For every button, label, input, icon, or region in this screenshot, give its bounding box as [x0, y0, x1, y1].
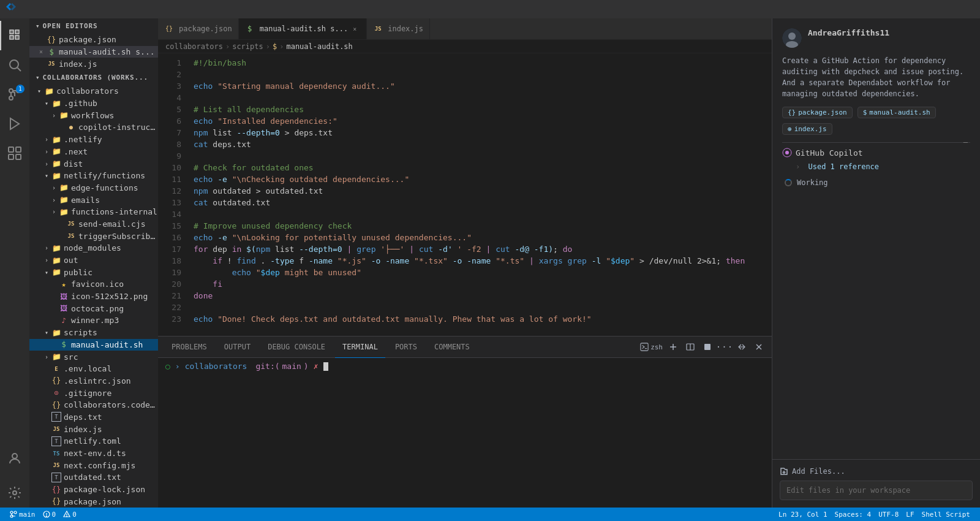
trigger-subscribe-file[interactable]: JS triggerSubscribeEma...	[29, 230, 158, 242]
collapse-icon[interactable]: —	[963, 138, 968, 146]
index-js-file[interactable]: JS index.js	[29, 423, 158, 435]
open-editor-index-js[interactable]: JS index.js	[29, 58, 158, 70]
tab-debug-console[interactable]: DEBUG CONSOLE	[260, 337, 333, 358]
editor-panel-split: 12345 678910 1112131415 1617181920 21222…	[158, 53, 772, 508]
deps-txt-file[interactable]: T deps.txt	[29, 411, 158, 424]
copilot-file-index-js[interactable]: ⊛ index.js	[782, 123, 832, 135]
close-tab-icon[interactable]: ×	[37, 48, 45, 56]
node-modules-folder[interactable]: › 📁 node_modules	[29, 242, 158, 254]
tab-ports[interactable]: PORTS	[388, 337, 424, 358]
open-editor-package-json[interactable]: {} package.json	[29, 34, 158, 46]
tab-comments[interactable]: COMMENTS	[427, 337, 477, 358]
netlify-toml-file[interactable]: T netlify.toml	[29, 435, 158, 447]
tab-index-js[interactable]: JS index.js	[367, 18, 430, 39]
maximize-panel-btn[interactable]	[735, 340, 748, 354]
functions-internal-folder[interactable]: › 📁 functions-internal	[29, 206, 158, 218]
outdated-txt-file[interactable]: T outdated.txt	[29, 471, 158, 484]
copilot-file-package-json[interactable]: {} package.json	[782, 107, 853, 118]
code-line-19: echo "$dep might be unused"	[187, 267, 772, 278]
explorer-activity-item[interactable]	[0, 21, 29, 50]
collaborators-folder[interactable]: ▾ 📁 collaborators	[29, 85, 158, 97]
emails-folder[interactable]: › 📁 emails	[29, 194, 158, 206]
close-panel-btn[interactable]	[752, 340, 766, 354]
code-line-5: # List all dependencies	[187, 104, 772, 115]
tab-manual-audit[interactable]: $ manual-audit.sh s... ×	[239, 18, 368, 39]
add-terminal-btn[interactable]	[666, 340, 680, 354]
code-line-4	[187, 92, 772, 104]
open-editors-header[interactable]: ▾ OPEN EDITORS	[29, 18, 158, 34]
explorer-header[interactable]: ▾ COLLABORATORS (WORKS...	[29, 70, 158, 85]
tab-close-icon[interactable]: ×	[350, 25, 359, 33]
gitignore-file[interactable]: ⊙ .gitignore	[29, 387, 158, 399]
errors-status[interactable]: 0	[39, 508, 60, 521]
package-lock-file[interactable]: {} package-lock.json	[29, 484, 158, 496]
debug-activity-item[interactable]	[0, 109, 29, 139]
send-email-cjs-file[interactable]: JS send-email.cjs	[29, 218, 158, 230]
code-content[interactable]: #!/bin/bash echo "Starting manual depend…	[187, 53, 772, 336]
dist-folder[interactable]: › 📁 dist	[29, 158, 158, 170]
svg-point-14	[12, 454, 17, 458]
scripts-folder[interactable]: ▾ 📁 scripts	[29, 327, 158, 339]
cursor-position-status[interactable]: Ln 23, Col 1	[775, 508, 831, 521]
open-editor-manual-audit[interactable]: × $ manual-audit.sh s...	[29, 46, 158, 58]
settings-activity-item[interactable]	[0, 478, 29, 508]
winner-mp3-file[interactable]: ♪ winner.mp3	[29, 314, 158, 327]
more-terminal-btn[interactable]: ···	[718, 340, 731, 354]
github-folder[interactable]: ▾ 📁 .github	[29, 97, 158, 110]
bottom-panel: PROBLEMS OUTPUT DEBUG CONSOLE TERMINAL P…	[158, 336, 772, 508]
warning-icon	[63, 511, 70, 518]
next-folder[interactable]: › 📁 .next	[29, 146, 158, 158]
next-config-file[interactable]: JS next.config.mjs	[29, 459, 158, 471]
favicon-icon: ★	[59, 280, 69, 289]
accounts-activity-item[interactable]	[0, 444, 29, 473]
netlify-folder[interactable]: › 📁 .netlify	[29, 134, 158, 146]
language-status[interactable]: Shell Script	[918, 508, 974, 521]
git-activity-item[interactable]: 1	[0, 80, 29, 109]
tab-package-json[interactable]: {} package.json	[158, 18, 239, 39]
edge-arrow-icon: ›	[49, 183, 59, 192]
public-folder[interactable]: ▾ 📁 public	[29, 266, 158, 278]
vscode-icon	[6, 3, 16, 15]
extensions-activity-item[interactable]	[0, 139, 29, 168]
split-terminal-btn[interactable]	[684, 340, 697, 354]
eslintrc-file[interactable]: {} .eslintrc.json	[29, 375, 158, 387]
netlify-functions-folder[interactable]: ▾ 📁 netlify/functions	[29, 170, 158, 182]
eol-status[interactable]: LF	[902, 508, 918, 521]
next-env-ts-file[interactable]: TS next-env.d.ts	[29, 447, 158, 460]
tab-output[interactable]: OUTPUT	[217, 337, 258, 358]
package-json-file[interactable]: {} package.json	[29, 495, 158, 508]
username: AndreaGriffiths11	[808, 28, 889, 37]
warnings-status[interactable]: 0	[59, 508, 80, 521]
code-editor[interactable]: 12345 678910 1112131415 1617181920 21222…	[158, 53, 772, 336]
favicon-ico-file[interactable]: ★ favicon.ico	[29, 278, 158, 291]
working-spinner	[785, 179, 792, 186]
edge-functions-folder[interactable]: › 📁 edge-functions	[29, 182, 158, 194]
used-reference[interactable]: Used 1 reference	[808, 162, 879, 171]
workflows-folder[interactable]: › 📁 workflows	[29, 109, 158, 121]
env-local-file[interactable]: E .env.local	[29, 363, 158, 375]
kill-terminal-btn[interactable]	[701, 340, 714, 354]
out-folder[interactable]: › 📁 out	[29, 254, 158, 267]
tab-terminal[interactable]: TERMINAL	[335, 337, 385, 358]
copilot-instructions-file[interactable]: ● copilot-instructions-...	[29, 121, 158, 134]
collaborators-code-file[interactable]: {} collaborators.code-w...	[29, 399, 158, 411]
manual-audit-sh-file[interactable]: $ manual-audit.sh	[29, 339, 158, 351]
svg-point-8	[9, 96, 13, 100]
copilot-file-manual-audit[interactable]: $ manual-audit.sh	[858, 107, 936, 118]
env-icon: E	[51, 364, 61, 374]
terminal-content[interactable]: ○ › collaborators git:(main) ✗	[158, 358, 772, 508]
encoding-status[interactable]: UTF-8	[875, 508, 902, 521]
eol-label: LF	[906, 511, 914, 519]
icon-512-file[interactable]: 🖼 icon-512x512.png	[29, 291, 158, 303]
search-activity-item[interactable]	[0, 50, 29, 80]
octocat-file[interactable]: 🖼 octocat.png	[29, 302, 158, 314]
indentation-status[interactable]: Spaces: 4	[831, 508, 875, 521]
git-branch-status[interactable]: main	[6, 508, 39, 521]
tab-problems[interactable]: PROBLEMS	[164, 337, 214, 358]
svg-rect-22	[704, 344, 710, 350]
code-line-1: #!/bin/bash	[187, 57, 772, 69]
add-files-button[interactable]: Add Files...	[780, 467, 973, 476]
chat-input[interactable]: Edit files in your workspace	[780, 481, 973, 500]
nm-folder-icon: 📁	[51, 243, 61, 253]
src-folder[interactable]: › 📁 src	[29, 351, 158, 363]
